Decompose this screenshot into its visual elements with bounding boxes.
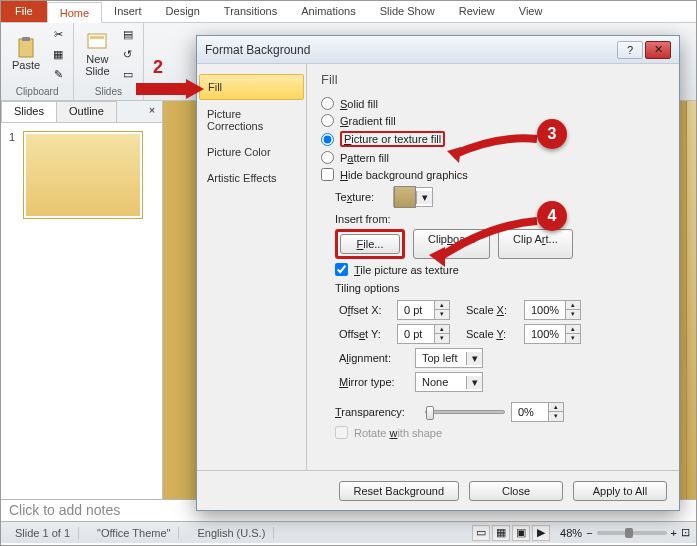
format-painter-button[interactable]: ✎ [49,65,67,83]
spin-down-icon[interactable]: ▾ [435,334,449,343]
nav-fill[interactable]: Fill [199,74,304,100]
annotation-2: 2 [153,57,163,78]
tab-view[interactable]: View [507,1,555,22]
mirror-dropdown[interactable]: None▾ [415,372,483,392]
pane-tab-slides[interactable]: Slides [1,101,57,122]
tab-insert[interactable]: Insert [102,1,154,22]
slide-number: 1 [9,131,17,219]
transparency-input[interactable]: 0%▴▾ [511,402,564,422]
normal-view-button[interactable]: ▭ [472,525,490,541]
spin-up-icon[interactable]: ▴ [566,301,580,310]
section-icon: ▭ [123,68,133,81]
nav-artistic-effects[interactable]: Artistic Effects [199,166,304,190]
scale-x-label: Scale X: [466,304,518,316]
dialog-help-button[interactable]: ? [617,41,643,59]
spin-down-icon[interactable]: ▾ [435,310,449,319]
brush-icon: ✎ [54,68,63,81]
group-title-clipboard: Clipboard [16,86,59,98]
cut-button[interactable]: ✂ [49,25,67,43]
spin-down-icon[interactable]: ▾ [566,334,580,343]
spin-up-icon[interactable]: ▴ [435,301,449,310]
zoom-control: 48% − + ⊡ [560,526,690,539]
pane-close-button[interactable]: × [142,101,162,122]
scale-x-input[interactable]: 100%▴▾ [524,300,581,320]
reset-button[interactable]: ↺ [119,45,137,63]
close-button[interactable]: Close [469,481,563,501]
editor-edge [686,101,696,499]
check-tile[interactable] [335,263,348,276]
svg-marker-6 [447,147,461,163]
apply-all-button[interactable]: Apply to All [573,481,667,501]
offset-x-input[interactable]: 0 pt▴▾ [397,300,450,320]
alignment-label: Alignment: [339,352,409,364]
tiling-options-label: Tiling options [335,282,665,294]
status-theme: "Office Theme" [89,527,179,539]
spin-down-icon[interactable]: ▾ [549,412,563,421]
texture-swatch [394,186,416,208]
annotation-arrow-2 [136,79,204,101]
tab-review[interactable]: Review [447,1,507,22]
zoom-fit-button[interactable]: ⊡ [681,526,690,539]
label-hide-bg: Hide background graphics [340,169,468,181]
group-slides: New Slide ▤ ↺ ▭ Slides [74,23,143,100]
scale-y-label: Scale Y: [466,328,518,340]
thumb-list: 1 [1,123,162,499]
zoom-slider[interactable] [597,531,667,535]
label-picture-fill: Picture or texture fill [340,131,445,147]
nav-picture-corrections[interactable]: Picture Corrections [199,102,304,138]
spin-up-icon[interactable]: ▴ [435,325,449,334]
slide-thumb-1[interactable]: 1 [9,131,154,219]
paste-button[interactable]: Paste [7,25,45,83]
tab-slideshow[interactable]: Slide Show [368,1,447,22]
new-slide-button[interactable]: New Slide [80,25,114,83]
zoom-in-button[interactable]: + [671,527,677,539]
help-icon: ? [627,44,633,56]
tab-file[interactable]: File [1,1,47,22]
file-button[interactable]: File... [340,234,400,254]
alignment-dropdown[interactable]: Top left▾ [415,348,483,368]
svg-rect-4 [136,83,186,95]
copy-button[interactable]: ▦ [49,45,67,63]
pane-tab-outline[interactable]: Outline [56,101,117,122]
dialog-close-button[interactable]: ✕ [645,41,671,59]
offset-x-label: Offset X: [339,304,391,316]
radio-pattern-fill[interactable] [321,151,334,164]
reset-background-button[interactable]: Reset Background [339,481,460,501]
check-hide-bg[interactable] [321,168,334,181]
label-solid-fill: Solid fill [340,98,378,110]
nav-picture-color[interactable]: Picture Color [199,140,304,164]
section-button[interactable]: ▭ [119,65,137,83]
svg-rect-1 [22,37,30,41]
ribbon-tabs: File Home Insert Design Transitions Anim… [1,1,696,23]
tab-transitions[interactable]: Transitions [212,1,289,22]
tab-home[interactable]: Home [47,2,102,23]
scale-y-input[interactable]: 100%▴▾ [524,324,581,344]
close-icon: × [149,104,155,116]
mirror-label: Mirror type: [339,376,409,388]
spin-up-icon[interactable]: ▴ [566,325,580,334]
reading-view-button[interactable]: ▣ [512,525,530,541]
radio-picture-fill[interactable] [321,133,334,146]
transparency-slider[interactable] [425,410,505,414]
radio-solid-fill[interactable] [321,97,334,110]
layout-icon: ▤ [123,28,133,41]
slideshow-view-button[interactable]: ▶ [532,525,550,541]
texture-dropdown[interactable]: ▾ [393,187,433,207]
sorter-view-button[interactable]: ▦ [492,525,510,541]
slider-handle[interactable] [426,406,434,420]
spin-up-icon[interactable]: ▴ [549,403,563,412]
zoom-thumb[interactable] [625,528,633,538]
layout-button[interactable]: ▤ [119,25,137,43]
svg-marker-7 [429,247,445,267]
offset-y-input[interactable]: 0 pt▴▾ [397,324,450,344]
tab-design[interactable]: Design [154,1,212,22]
pane-tabs: Slides Outline × [1,101,162,123]
radio-gradient-fill[interactable] [321,114,334,127]
new-slide-icon [85,31,109,53]
normal-view-icon: ▭ [476,526,486,539]
texture-label: Texture: [335,191,387,203]
zoom-out-button[interactable]: − [586,527,592,539]
spin-down-icon[interactable]: ▾ [566,310,580,319]
dialog-titlebar[interactable]: Format Background ? ✕ [197,36,679,64]
tab-animations[interactable]: Animations [289,1,367,22]
